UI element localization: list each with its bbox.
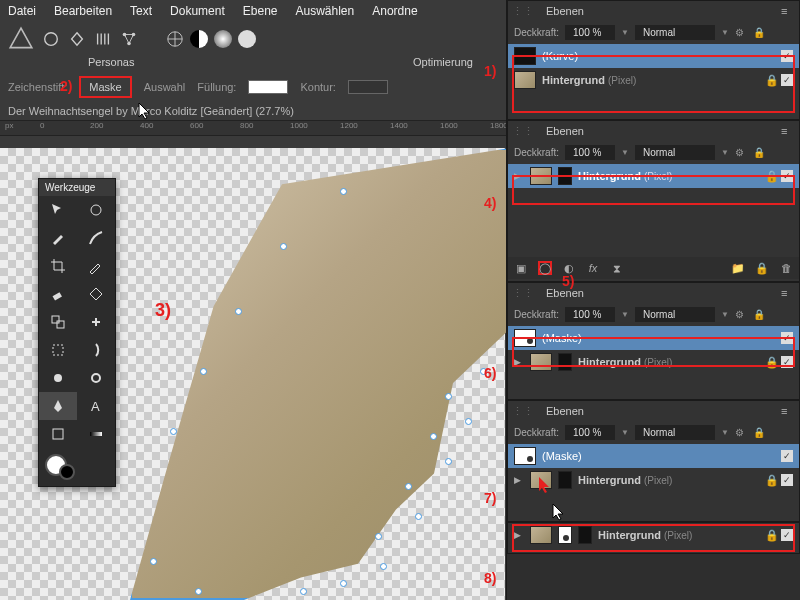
trash-icon[interactable]: 🗑 xyxy=(779,261,793,275)
visibility-checkbox[interactable]: ✓ xyxy=(781,474,793,486)
ctx-zeichenstift[interactable]: Zeichenstift: xyxy=(8,81,67,93)
gear-icon[interactable]: ⚙ xyxy=(735,27,747,39)
gear-icon[interactable]: ⚙ xyxy=(735,427,747,439)
chevron-down-icon[interactable]: ▼ xyxy=(721,310,729,319)
stroke-swatch[interactable] xyxy=(348,80,388,94)
opacity-value[interactable]: 100 % xyxy=(565,425,615,440)
expand-arrow-icon[interactable]: ▶ xyxy=(514,357,524,367)
chevron-down-icon[interactable]: ▼ xyxy=(721,148,729,157)
persona-liquify-icon[interactable] xyxy=(68,30,86,48)
expand-arrow-icon[interactable]: ▶ xyxy=(514,171,524,181)
panel-menu-icon[interactable]: ≡ xyxy=(781,5,795,17)
layer-hintergrund[interactable]: ▶ Hintergrund (Pixel) 🔒 ✓ xyxy=(508,523,799,547)
ctx-maske-button[interactable]: Maske xyxy=(79,76,131,98)
dodge-tool[interactable] xyxy=(39,364,77,392)
marquee-tool[interactable] xyxy=(39,336,77,364)
smudge-tool[interactable] xyxy=(77,336,115,364)
visibility-checkbox[interactable]: ✓ xyxy=(781,356,793,368)
healing-tool[interactable] xyxy=(77,308,115,336)
visibility-checkbox[interactable]: ✓ xyxy=(781,170,793,182)
blend-mode-select[interactable]: Normal xyxy=(635,307,715,322)
lock-icon[interactable]: 🔒 xyxy=(765,474,775,487)
lock-icon[interactable]: 🔒 xyxy=(755,261,769,275)
expand-arrow-icon[interactable]: ▶ xyxy=(514,475,524,485)
lock-icon[interactable]: 🔒 xyxy=(753,427,765,439)
chevron-down-icon[interactable]: ▼ xyxy=(621,148,629,157)
lock-icon[interactable]: 🔒 xyxy=(765,356,775,369)
menu-ebene[interactable]: Ebene xyxy=(243,4,278,18)
visibility-checkbox[interactable]: ✓ xyxy=(781,450,793,462)
view-tool[interactable] xyxy=(77,196,115,224)
panel-grip-icon[interactable]: ⋮⋮ xyxy=(512,287,534,300)
opacity-value[interactable]: 100 % xyxy=(565,25,615,40)
persona-photo-icon[interactable] xyxy=(42,30,60,48)
paint-brush-tool[interactable] xyxy=(77,224,115,252)
blend-mode-select[interactable]: Normal xyxy=(635,145,715,160)
panel-menu-icon[interactable]: ≡ xyxy=(781,125,795,137)
menu-auswaehlen[interactable]: Auswählen xyxy=(295,4,354,18)
lock-icon[interactable]: 🔒 xyxy=(753,309,765,321)
hourglass-icon[interactable]: ⧗ xyxy=(610,261,624,275)
blend-mode-select[interactable]: Normal xyxy=(635,425,715,440)
folder-icon[interactable]: 📁 xyxy=(731,261,745,275)
layer-mask[interactable]: (Maske) ✓ xyxy=(508,326,799,350)
lock-icon[interactable]: 🔒 xyxy=(765,170,775,183)
lock-icon[interactable]: 🔒 xyxy=(753,147,765,159)
fx-icon[interactable]: fx xyxy=(586,261,600,275)
ctx-auswahl[interactable]: Auswahl xyxy=(144,81,186,93)
view-mode-2-icon[interactable] xyxy=(190,30,208,48)
visibility-checkbox[interactable]: ✓ xyxy=(781,74,793,86)
chevron-down-icon[interactable]: ▼ xyxy=(621,428,629,437)
view-mode-3-icon[interactable] xyxy=(214,30,232,48)
chevron-down-icon[interactable]: ▼ xyxy=(721,28,729,37)
crop-tool[interactable] xyxy=(39,252,77,280)
layer-curve[interactable]: (Kurve) ✓ xyxy=(508,44,799,68)
panel-menu-icon[interactable]: ≡ xyxy=(781,405,795,417)
pen-tool[interactable] xyxy=(39,392,77,420)
panel-grip-icon[interactable]: ⋮⋮ xyxy=(512,405,534,418)
selection-brush-tool[interactable] xyxy=(39,224,77,252)
opacity-value[interactable]: 100 % xyxy=(565,145,615,160)
layer-hintergrund[interactable]: ▶ Hintergrund (Pixel) 🔒 ✓ xyxy=(508,164,799,188)
layers-icon[interactable]: ▣ xyxy=(514,261,528,275)
panel-menu-icon[interactable]: ≡ xyxy=(781,287,795,299)
view-mode-1-icon[interactable] xyxy=(166,30,184,48)
chevron-down-icon[interactable]: ▼ xyxy=(721,428,729,437)
view-mode-4-icon[interactable] xyxy=(238,30,256,48)
menu-anordnen[interactable]: Anordne xyxy=(372,4,417,18)
opacity-value[interactable]: 100 % xyxy=(565,307,615,322)
gradient-tool[interactable] xyxy=(77,420,115,448)
lock-icon[interactable]: 🔒 xyxy=(753,27,765,39)
persona-develop-icon[interactable] xyxy=(94,30,112,48)
move-tool[interactable] xyxy=(39,196,77,224)
menu-dokument[interactable]: Dokument xyxy=(170,4,225,18)
blend-mode-select[interactable]: Normal xyxy=(635,25,715,40)
visibility-checkbox[interactable]: ✓ xyxy=(781,50,793,62)
menu-bearbeiten[interactable]: Bearbeiten xyxy=(54,4,112,18)
shape-tool[interactable] xyxy=(39,420,77,448)
chevron-down-icon[interactable]: ▼ xyxy=(621,28,629,37)
color-swatch[interactable] xyxy=(39,448,115,486)
lock-icon[interactable]: 🔒 xyxy=(765,529,775,542)
background-color[interactable] xyxy=(59,464,75,480)
layer-hintergrund[interactable]: ▶ Hintergrund (Pixel) 🔒 ✓ xyxy=(508,350,799,374)
menu-text[interactable]: Text xyxy=(130,4,152,18)
clone-tool[interactable] xyxy=(39,308,77,336)
fill-swatch[interactable] xyxy=(248,80,288,94)
visibility-checkbox[interactable]: ✓ xyxy=(781,332,793,344)
expand-arrow-icon[interactable]: ▶ xyxy=(514,530,524,540)
visibility-checkbox[interactable]: ✓ xyxy=(781,529,793,541)
text-tool[interactable]: A xyxy=(77,392,115,420)
gear-icon[interactable]: ⚙ xyxy=(735,309,747,321)
burn-tool[interactable] xyxy=(77,364,115,392)
lock-icon[interactable]: 🔒 xyxy=(765,74,775,87)
color-picker-tool[interactable] xyxy=(77,252,115,280)
layer-hintergrund[interactable]: Hintergrund (Pixel) 🔒 ✓ xyxy=(508,68,799,92)
fill-tool[interactable] xyxy=(77,280,115,308)
chevron-down-icon[interactable]: ▼ xyxy=(621,310,629,319)
layer-mask[interactable]: (Maske) ✓ xyxy=(508,444,799,468)
persona-export-icon[interactable] xyxy=(120,30,138,48)
panel-grip-icon[interactable]: ⋮⋮ xyxy=(512,125,534,138)
menu-datei[interactable]: Datei xyxy=(8,4,36,18)
gear-icon[interactable]: ⚙ xyxy=(735,147,747,159)
